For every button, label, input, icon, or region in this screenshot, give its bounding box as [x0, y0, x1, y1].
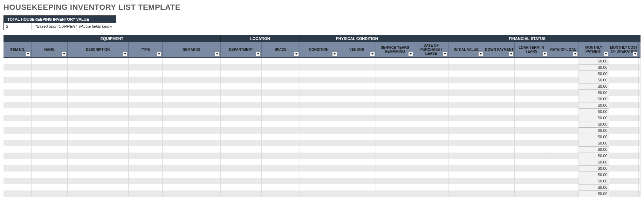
cell-space[interactable] [262, 77, 300, 83]
cell-service-years[interactable] [376, 121, 414, 127]
cell-department[interactable] [221, 89, 262, 96]
filter-dropdown-icon[interactable] [62, 52, 67, 56]
cell-space[interactable] [262, 159, 300, 165]
cell-loan-term[interactable] [515, 184, 548, 190]
cell-condition[interactable] [300, 83, 338, 89]
cell-rate-of-loan[interactable] [548, 178, 579, 184]
cell-monthly-payment[interactable]: $0.00 [579, 58, 609, 64]
cell-monthly-cost[interactable] [609, 108, 639, 115]
cell-remarks[interactable] [163, 146, 220, 153]
cell-remarks[interactable] [163, 58, 220, 64]
cell-vendor[interactable] [338, 96, 376, 102]
cell-rate-of-loan[interactable] [548, 134, 579, 140]
cell-item-no[interactable] [4, 184, 32, 190]
cell-monthly-cost[interactable] [609, 134, 639, 140]
cell-vendor[interactable] [338, 102, 376, 108]
cell-service-years[interactable] [376, 115, 414, 121]
cell-monthly-cost[interactable] [609, 178, 639, 184]
cell-remarks[interactable] [163, 83, 220, 89]
cell-vendor[interactable] [338, 159, 376, 165]
cell-remarks[interactable] [163, 102, 220, 108]
cell-rate-of-loan[interactable] [548, 146, 579, 153]
cell-loan-term[interactable] [515, 127, 548, 134]
cell-service-years[interactable] [376, 153, 414, 159]
cell-initial-value[interactable] [448, 77, 484, 83]
cell-name[interactable] [32, 127, 67, 134]
cell-space[interactable] [262, 58, 300, 64]
cell-condition[interactable] [300, 121, 338, 127]
cell-description[interactable] [68, 89, 129, 96]
cell-monthly-cost[interactable] [609, 190, 639, 197]
cell-monthly-payment[interactable]: $0.00 [579, 64, 609, 71]
cell-monthly-payment[interactable]: $0.00 [579, 89, 609, 96]
cell-vendor[interactable] [338, 127, 376, 134]
cell-monthly-payment[interactable]: $0.00 [579, 184, 609, 190]
cell-name[interactable] [32, 64, 67, 71]
cell-item-no[interactable] [4, 172, 32, 178]
cell-down-payment[interactable] [484, 83, 515, 89]
cell-loan-term[interactable] [515, 102, 548, 108]
cell-type[interactable] [129, 121, 163, 127]
cell-item-no[interactable] [4, 134, 32, 140]
cell-initial-value[interactable] [448, 134, 484, 140]
cell-date-purchase[interactable] [414, 102, 448, 108]
cell-monthly-payment[interactable]: $0.00 [579, 140, 609, 146]
cell-type[interactable] [129, 58, 163, 64]
cell-remarks[interactable] [163, 134, 220, 140]
cell-down-payment[interactable] [484, 71, 515, 77]
cell-type[interactable] [129, 134, 163, 140]
cell-name[interactable] [32, 178, 67, 184]
cell-loan-term[interactable] [515, 153, 548, 159]
filter-dropdown-icon[interactable] [603, 52, 608, 56]
cell-item-no[interactable] [4, 115, 32, 121]
cell-monthly-cost[interactable] [609, 140, 639, 146]
cell-loan-term[interactable] [515, 83, 548, 89]
cell-loan-term[interactable] [515, 89, 548, 96]
cell-item-no[interactable] [4, 96, 32, 102]
cell-monthly-cost[interactable] [609, 115, 639, 121]
cell-vendor[interactable] [338, 58, 376, 64]
cell-initial-value[interactable] [448, 96, 484, 102]
cell-initial-value[interactable] [448, 71, 484, 77]
cell-space[interactable] [262, 121, 300, 127]
cell-monthly-payment[interactable]: $0.00 [579, 127, 609, 134]
cell-date-purchase[interactable] [414, 89, 448, 96]
cell-monthly-payment[interactable]: $0.00 [579, 178, 609, 184]
cell-date-purchase[interactable] [414, 153, 448, 159]
cell-service-years[interactable] [376, 146, 414, 153]
cell-item-no[interactable] [4, 121, 32, 127]
cell-type[interactable] [129, 178, 163, 184]
cell-monthly-cost[interactable] [609, 58, 639, 64]
cell-monthly-cost[interactable] [609, 71, 639, 77]
cell-date-purchase[interactable] [414, 77, 448, 83]
cell-monthly-payment[interactable]: $0.00 [579, 134, 609, 140]
cell-space[interactable] [262, 184, 300, 190]
cell-condition[interactable] [300, 64, 338, 71]
cell-department[interactable] [221, 83, 262, 89]
cell-monthly-cost[interactable] [609, 64, 639, 71]
cell-remarks[interactable] [163, 71, 220, 77]
cell-space[interactable] [262, 134, 300, 140]
cell-name[interactable] [32, 184, 67, 190]
cell-department[interactable] [221, 140, 262, 146]
cell-department[interactable] [221, 77, 262, 83]
cell-description[interactable] [68, 127, 129, 134]
cell-name[interactable] [32, 190, 67, 197]
cell-condition[interactable] [300, 153, 338, 159]
cell-vendor[interactable] [338, 140, 376, 146]
cell-down-payment[interactable] [484, 134, 515, 140]
cell-description[interactable] [68, 172, 129, 178]
cell-date-purchase[interactable] [414, 165, 448, 172]
cell-date-purchase[interactable] [414, 108, 448, 115]
cell-type[interactable] [129, 108, 163, 115]
cell-service-years[interactable] [376, 89, 414, 96]
cell-description[interactable] [68, 178, 129, 184]
cell-space[interactable] [262, 190, 300, 197]
cell-type[interactable] [129, 172, 163, 178]
cell-item-no[interactable] [4, 153, 32, 159]
cell-monthly-cost[interactable] [609, 146, 639, 153]
cell-space[interactable] [262, 178, 300, 184]
cell-vendor[interactable] [338, 115, 376, 121]
filter-dropdown-icon[interactable] [256, 52, 261, 56]
cell-condition[interactable] [300, 115, 338, 121]
